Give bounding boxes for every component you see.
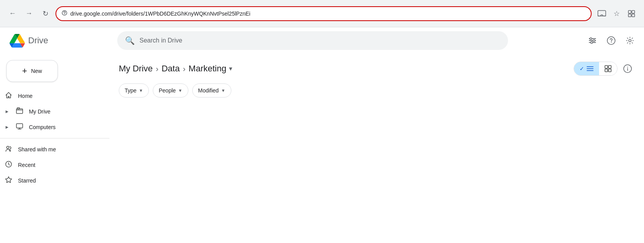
sidebar-item-my-drive[interactable]: ► My Drive <box>0 104 103 119</box>
settings-button[interactable] <box>622 33 638 48</box>
recent-label: Recent <box>18 162 35 168</box>
header-right-controls <box>585 33 638 48</box>
svg-rect-26 <box>605 69 608 72</box>
expand-icon: ► <box>5 109 9 114</box>
breadcrumb-sep-2: › <box>183 64 186 73</box>
svg-rect-16 <box>16 109 23 114</box>
reload-button[interactable]: ↻ <box>39 7 52 20</box>
svg-rect-2 <box>598 11 606 16</box>
svg-point-19 <box>7 146 9 149</box>
view-controls: ✓ <box>574 62 635 76</box>
info-button[interactable] <box>621 62 635 76</box>
view-toggle: ✓ <box>574 62 617 76</box>
type-dropdown-icon: ▼ <box>139 88 143 93</box>
grid-view-button[interactable] <box>599 62 617 75</box>
back-button[interactable]: ← <box>6 7 19 20</box>
sidebar-item-computers[interactable]: ► Computers <box>0 119 103 135</box>
svg-point-14 <box>611 42 612 43</box>
home-icon <box>5 91 13 101</box>
svg-rect-4 <box>632 11 635 13</box>
svg-rect-24 <box>605 66 608 68</box>
svg-rect-27 <box>608 69 611 72</box>
svg-rect-25 <box>608 66 611 68</box>
breadcrumb-my-drive[interactable]: My Drive <box>119 64 153 74</box>
home-label: Home <box>18 93 32 99</box>
svg-point-12 <box>591 42 593 44</box>
breadcrumb-current[interactable]: Marketing ▼ <box>189 64 233 74</box>
sidebar-item-starred[interactable]: Starred <box>0 173 103 188</box>
search-icon: 🔍 <box>125 36 135 45</box>
grid-icon <box>605 65 612 72</box>
filter-row: Type ▼ People ▼ Modified ▼ <box>119 83 635 98</box>
drive-logo <box>9 34 25 48</box>
sidebar-item-recent[interactable]: Recent <box>0 157 103 173</box>
bookmark-button[interactable]: ☆ <box>610 7 623 20</box>
modified-filter-label: Modified <box>198 87 219 94</box>
people-filter-label: People <box>159 87 176 94</box>
svg-rect-18 <box>16 124 23 128</box>
svg-point-11 <box>593 40 595 42</box>
forward-button[interactable]: → <box>23 7 35 20</box>
svg-rect-17 <box>17 108 20 109</box>
people-filter-button[interactable]: People ▼ <box>153 83 188 98</box>
app-title: Drive <box>28 35 48 46</box>
people-dropdown-icon: ▼ <box>178 88 182 93</box>
svg-rect-5 <box>628 14 631 17</box>
filter-icon-button[interactable] <box>585 33 600 48</box>
svg-point-10 <box>590 38 592 40</box>
new-button[interactable]: + New <box>6 60 58 82</box>
svg-point-29 <box>627 67 628 67</box>
breadcrumb-sep-1: › <box>156 64 159 73</box>
svg-rect-3 <box>628 11 631 13</box>
svg-point-15 <box>629 39 631 42</box>
computers-icon <box>16 122 23 132</box>
sidebar-item-shared[interactable]: Shared with me <box>0 142 103 157</box>
plus-icon: + <box>22 66 27 76</box>
list-view-button[interactable]: ✓ <box>574 62 599 75</box>
computers-label: Computers <box>29 124 55 130</box>
type-filter-label: Type <box>125 87 136 94</box>
modified-filter-button[interactable]: Modified ▼ <box>192 83 231 98</box>
breadcrumb-row: My Drive › Data › Marketing ▼ ✓ <box>119 62 635 76</box>
shared-label: Shared with me <box>18 146 56 153</box>
type-filter-button[interactable]: Type ▼ <box>119 83 149 98</box>
extensions-button[interactable] <box>625 7 638 20</box>
site-info-icon <box>62 10 67 17</box>
browser-chrome: ← → ↻ drive.google.com/drive/folders/1WP… <box>0 0 644 27</box>
logo-area: Drive <box>9 34 111 48</box>
svg-point-1 <box>64 14 65 15</box>
help-button[interactable] <box>603 33 619 48</box>
my-drive-label: My Drive <box>29 108 50 115</box>
expand-icon: ► <box>5 124 9 130</box>
main-content: My Drive › Data › Marketing ▼ ✓ <box>109 54 644 243</box>
browser-right-controls: ☆ <box>596 7 638 20</box>
dropdown-arrow-icon: ▼ <box>228 66 233 72</box>
app-header: Drive 🔍 Search in Drive <box>0 27 644 54</box>
new-button-label: New <box>31 68 42 74</box>
app-container: + New Home ► My Drive ► Computers <box>0 27 644 243</box>
recent-icon <box>5 160 13 170</box>
starred-icon <box>5 176 13 186</box>
modified-dropdown-icon: ▼ <box>221 88 225 93</box>
sidebar-divider-1 <box>0 138 109 138</box>
url-text: drive.google.com/drive/folders/1WPbD6DEz… <box>70 11 250 17</box>
checkmark-icon: ✓ <box>580 66 584 72</box>
sidebar-item-home[interactable]: Home <box>0 88 103 104</box>
search-placeholder: Search in Drive <box>140 37 182 44</box>
search-bar[interactable]: 🔍 Search in Drive <box>117 31 508 50</box>
starred-label: Starred <box>18 177 36 184</box>
my-drive-icon <box>16 107 23 117</box>
breadcrumb: My Drive › Data › Marketing ▼ <box>119 64 233 74</box>
svg-rect-6 <box>632 14 635 17</box>
address-bar[interactable]: drive.google.com/drive/folders/1WPbD6DEz… <box>55 6 592 21</box>
screen-cast-button[interactable] <box>596 7 608 20</box>
breadcrumb-data[interactable]: Data <box>161 64 179 74</box>
sidebar: + New Home ► My Drive ► Computers <box>0 54 109 243</box>
list-icon <box>587 66 594 72</box>
shared-icon <box>5 145 13 154</box>
